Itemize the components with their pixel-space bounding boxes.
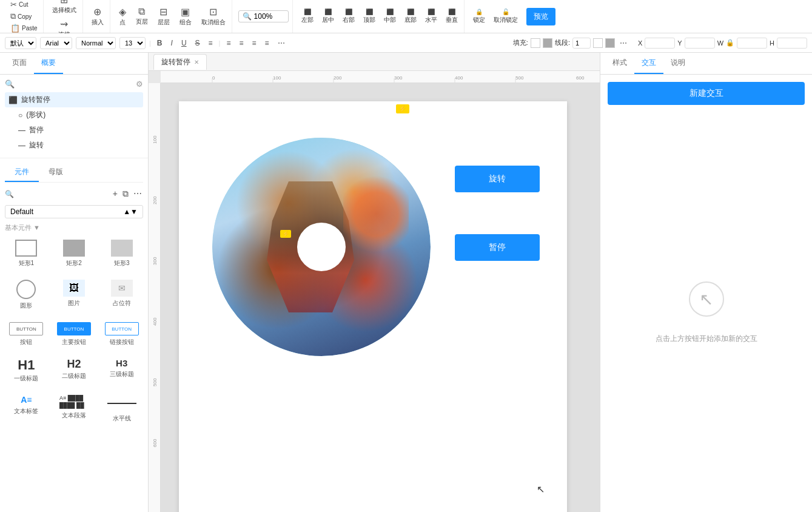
master-tab[interactable]: 母版 — [39, 163, 73, 182]
select-mode-button[interactable]: ⊞ 选择模式 — [50, 0, 79, 16]
distribute-v-button[interactable]: ⬛ 垂直 — [443, 7, 460, 25]
element-image[interactable]: 🖼 图片 — [53, 276, 96, 314]
align-left-text-button[interactable]: ≡ — [224, 38, 233, 49]
paste-label: Paste — [22, 25, 38, 32]
align-middle-button[interactable]: ⬛ 中部 — [381, 7, 398, 25]
y-input[interactable] — [685, 38, 715, 49]
elements-dropdown[interactable]: Default ▲▼ — [5, 205, 143, 218]
svg-text:600: 600 — [152, 439, 158, 447]
font-family-select[interactable]: Arial — [40, 37, 72, 49]
element-paragraph[interactable]: A≡ ████████ ██ 文本段落 — [53, 391, 96, 426]
cut-button[interactable]: ✂ Cut — [8, 0, 39, 10]
layer-button[interactable]: ⊟ 层层 — [155, 5, 172, 28]
elements-search-icon: 🔍 — [5, 190, 14, 198]
canvas-content[interactable]: ⚡ 旋转 ⚡ 暂停 — [161, 83, 600, 512]
stroke-more-button[interactable]: ⋯ — [617, 38, 629, 49]
underline-button[interactable]: U — [179, 38, 189, 49]
note-tab[interactable]: 说明 — [663, 53, 693, 74]
elements-grid: 矩形1 矩形2 矩形3 圆形 🖼 图片 — [5, 236, 143, 426]
pause-button[interactable]: 暂停 — [455, 234, 540, 261]
zoom-group: 🔍 — [235, 0, 293, 33]
align-center-text-button[interactable]: ≡ — [237, 38, 246, 49]
more-element-button[interactable]: ⋯ — [132, 187, 143, 200]
layers-search-icon[interactable]: 🔍 — [5, 79, 15, 89]
layer-root[interactable]: ⬛ 旋转暂停 — [5, 92, 143, 107]
insert-button[interactable]: ⊕ 插入 — [89, 5, 106, 28]
rotate-button[interactable]: 旋转 — [455, 166, 540, 192]
align-top-button[interactable]: ⬛ 顶部 — [361, 7, 378, 25]
bold-button[interactable]: B — [155, 38, 165, 49]
paste-button[interactable]: 📋 Paste — [8, 23, 39, 33]
element-rect2[interactable]: 矩形2 — [53, 236, 96, 271]
justify-text-button[interactable]: ≡ — [262, 38, 271, 49]
fill-swatch-white[interactable] — [531, 38, 540, 48]
layer-pause[interactable]: — 暂停 — [15, 123, 143, 138]
layers-filter-icon[interactable]: ⚙ — [136, 79, 143, 89]
lock-button[interactable]: 🔒 锁定 — [471, 7, 488, 25]
elements-tab[interactable]: 元件 — [5, 163, 39, 182]
element-rect1[interactable]: 矩形1 — [5, 236, 48, 271]
svg-text:200: 200 — [334, 75, 342, 81]
cd-disc[interactable] — [212, 138, 431, 356]
style-tab[interactable]: 样式 — [605, 53, 634, 74]
element-h1[interactable]: H1 一级标题 — [5, 355, 48, 386]
element-placeholder[interactable]: ✉ 占位符 — [100, 276, 143, 314]
align-center-button[interactable]: ⬛ 居中 — [320, 7, 337, 25]
element-button[interactable]: BUTTON 按钮 — [5, 318, 48, 350]
ungroup-button[interactable]: ⊡ 取消组合 — [199, 5, 228, 28]
italic-button[interactable]: I — [169, 38, 175, 49]
fill-swatch-gray[interactable] — [543, 38, 552, 48]
layer-icon: ⊟ — [159, 6, 167, 18]
x-input[interactable] — [645, 38, 675, 49]
outline-tab[interactable]: 概要 — [34, 53, 63, 74]
button-label: 按钮 — [20, 338, 32, 346]
group-button[interactable]: ▣ 组合 — [177, 5, 194, 28]
zoom-input[interactable] — [254, 12, 284, 21]
add-element-button[interactable]: + — [112, 187, 119, 200]
distribute-h-button[interactable]: ⬛ 水平 — [423, 7, 440, 25]
align-bottom-button[interactable]: ⬛ 底部 — [402, 7, 419, 25]
align-right-button[interactable]: ⬛ 右部 — [340, 7, 357, 25]
page-layer-button[interactable]: ⧉ 页层 — [133, 5, 150, 28]
element-main-button[interactable]: BUTTON 主要按钮 — [53, 318, 96, 350]
new-interaction-button[interactable]: 新建交互 — [608, 82, 805, 105]
strikethrough-button[interactable]: S — [193, 38, 203, 49]
interaction-tab[interactable]: 交互 — [634, 53, 663, 74]
element-text-label[interactable]: A≡ 文本标签 — [5, 391, 48, 426]
copy-element-button[interactable]: ⧉ — [121, 187, 130, 200]
cut-label: Cut — [19, 1, 29, 8]
elements-search[interactable]: 🔍 — [5, 190, 14, 198]
element-hr[interactable]: 水平线 — [100, 391, 143, 426]
layer-rotate[interactable]: — 旋转 — [15, 138, 143, 153]
list-button[interactable]: ≡ — [206, 38, 215, 49]
element-h2[interactable]: H2 二级标题 — [53, 355, 96, 386]
align-right-text-button[interactable]: ≡ — [249, 38, 258, 49]
stroke-input[interactable] — [572, 38, 591, 49]
svg-text:500: 500 — [515, 75, 524, 81]
distribute-h-icon: ⬛ — [428, 8, 435, 15]
align-bottom-label: 底部 — [404, 16, 417, 24]
align-left-button[interactable]: ⬛ 左部 — [299, 7, 316, 25]
svg-text:200: 200 — [152, 196, 158, 204]
stroke-swatch[interactable] — [593, 38, 603, 48]
point-button[interactable]: ◈ 点 — [116, 5, 129, 28]
font-size-select[interactable]: 13 — [119, 37, 146, 49]
copy-button[interactable]: ⧉ Copy — [8, 11, 39, 22]
pages-tab[interactable]: 页面 — [5, 53, 34, 74]
unlock-button[interactable]: 🔓 取消锁定 — [491, 7, 520, 25]
layer-shape[interactable]: ○ (形状) — [15, 107, 143, 123]
canvas-tab-rotate[interactable]: 旋转暂停 ✕ — [153, 54, 207, 70]
text-more-button[interactable]: ⋯ — [275, 38, 287, 49]
canvas-tab-close[interactable]: ✕ — [194, 59, 199, 66]
stroke-swatch-gray[interactable] — [605, 38, 615, 48]
w-input[interactable] — [737, 38, 767, 49]
zoom-box[interactable]: 🔍 — [238, 10, 289, 22]
element-link-button[interactable]: BUTTON 链接按钮 — [100, 318, 143, 350]
element-circle[interactable]: 圆形 — [5, 276, 48, 314]
element-rect3[interactable]: 矩形3 — [100, 236, 143, 271]
default-font-select[interactable]: 默认 — [5, 37, 36, 49]
element-h3[interactable]: H3 三级标题 — [100, 355, 143, 386]
font-style-select[interactable]: Normal — [76, 37, 116, 49]
h-input[interactable] — [777, 38, 807, 49]
preview-button[interactable]: 预览 — [526, 8, 555, 25]
